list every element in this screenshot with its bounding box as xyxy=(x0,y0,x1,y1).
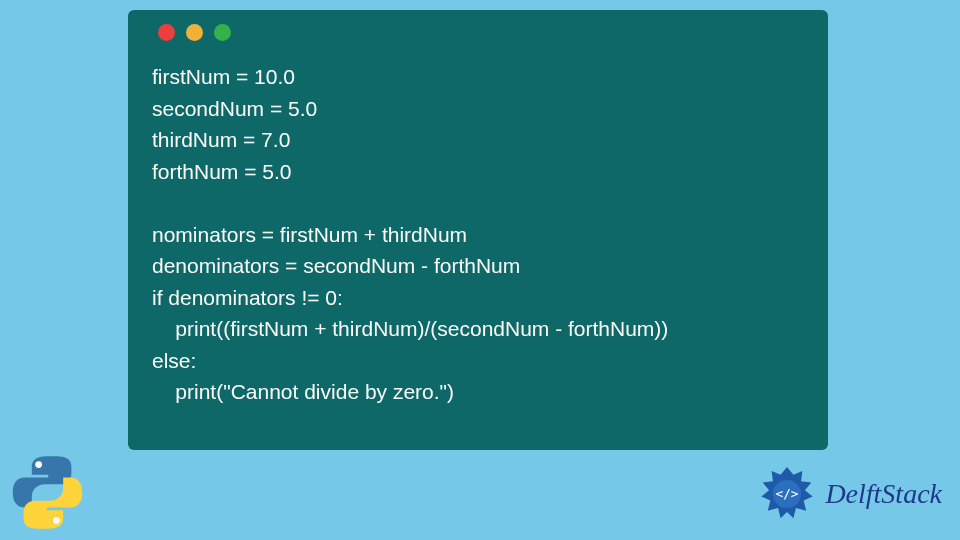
window-traffic-lights xyxy=(158,24,804,41)
code-window: firstNum = 10.0 secondNum = 5.0 thirdNum… xyxy=(128,10,828,450)
code-block: firstNum = 10.0 secondNum = 5.0 thirdNum… xyxy=(152,61,804,408)
maximize-icon xyxy=(214,24,231,41)
minimize-icon xyxy=(186,24,203,41)
python-logo-icon xyxy=(10,455,85,530)
svg-point-0 xyxy=(35,461,42,468)
brand: </> DelftStack xyxy=(755,462,942,526)
close-icon xyxy=(158,24,175,41)
svg-text:</>: </> xyxy=(776,486,799,501)
brand-name: DelftStack xyxy=(825,478,942,510)
brand-badge-icon: </> xyxy=(755,462,819,526)
svg-point-1 xyxy=(53,517,60,524)
